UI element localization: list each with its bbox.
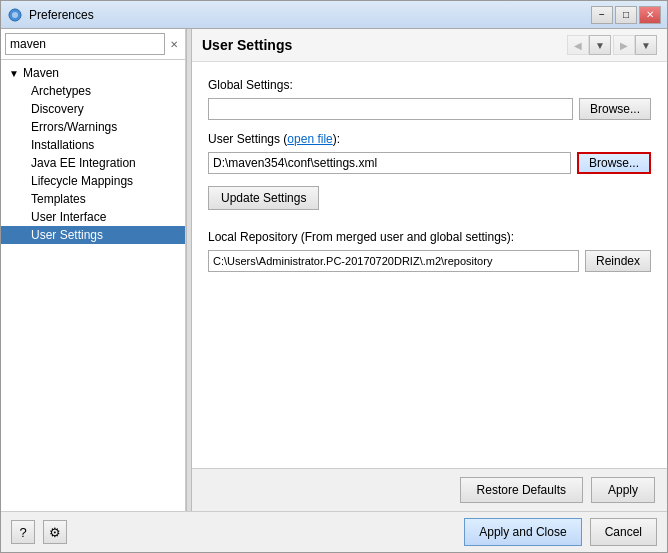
cancel-button[interactable]: Cancel <box>590 518 657 546</box>
window-title: Preferences <box>29 8 591 22</box>
global-browse-button[interactable]: Browse... <box>579 98 651 120</box>
search-box: ✕ <box>1 29 185 60</box>
preferences-window: Preferences − □ ✕ ✕ ▼ Maven Archetypes <box>0 0 668 553</box>
tree-item-user-settings[interactable]: User Settings <box>1 226 185 244</box>
bottom-left-controls: ? ⚙ <box>11 520 67 544</box>
content-body: Global Settings: Browse... User Settings… <box>192 62 667 468</box>
tree-label-installations: Installations <box>31 138 94 152</box>
tree-item-lifecycle-mappings[interactable]: Lifecycle Mappings <box>1 172 185 190</box>
tree-label-user-interface: User Interface <box>31 210 106 224</box>
content-header: User Settings ◀ ▼ ▶ ▼ <box>192 29 667 62</box>
tree-label-java-ee-integration: Java EE Integration <box>31 156 136 170</box>
apply-button[interactable]: Apply <box>591 477 655 503</box>
content-footer: Restore Defaults Apply <box>192 468 667 511</box>
global-settings-row: Browse... <box>208 98 651 120</box>
bottom-right-controls: Apply and Close Cancel <box>464 518 657 546</box>
nav-forward-button[interactable]: ▶ <box>613 35 635 55</box>
search-clear-icon[interactable]: ✕ <box>167 36 181 52</box>
minimize-button[interactable]: − <box>591 6 613 24</box>
preferences-icon-button[interactable]: ⚙ <box>43 520 67 544</box>
tree-label-maven: Maven <box>23 66 59 80</box>
help-button[interactable]: ? <box>11 520 35 544</box>
window-controls: − □ ✕ <box>591 6 661 24</box>
tree-label-archetypes: Archetypes <box>31 84 91 98</box>
tree-item-maven[interactable]: ▼ Maven <box>1 64 185 82</box>
update-settings-button[interactable]: Update Settings <box>208 186 319 210</box>
open-file-link[interactable]: open file <box>287 132 332 146</box>
tree-container: ▼ Maven Archetypes Discovery Errors/Warn… <box>1 60 185 511</box>
tree-label-user-settings: User Settings <box>31 228 103 242</box>
global-settings-label: Global Settings: <box>208 78 651 92</box>
title-bar: Preferences − □ ✕ <box>1 1 667 29</box>
close-button[interactable]: ✕ <box>639 6 661 24</box>
tree-item-installations[interactable]: Installations <box>1 136 185 154</box>
maximize-button[interactable]: □ <box>615 6 637 24</box>
user-settings-label: User Settings (open file): <box>208 132 651 146</box>
nav-back-button[interactable]: ◀ <box>567 35 589 55</box>
tree-label-lifecycle-mappings: Lifecycle Mappings <box>31 174 133 188</box>
local-repo-label: Local Repository (From merged user and g… <box>208 230 651 244</box>
tree-item-templates[interactable]: Templates <box>1 190 185 208</box>
local-repo-row: Reindex <box>208 250 651 272</box>
nav-controls: ◀ ▼ ▶ ▼ <box>567 35 657 55</box>
tree-item-java-ee-integration[interactable]: Java EE Integration <box>1 154 185 172</box>
user-settings-row: Browse... <box>208 152 651 174</box>
main-content: ✕ ▼ Maven Archetypes Discovery Errors/Wa… <box>1 29 667 511</box>
content-area: User Settings ◀ ▼ ▶ ▼ Global Settings: <box>192 29 667 511</box>
bottom-bar: ? ⚙ Apply and Close Cancel <box>1 511 667 552</box>
local-repo-input[interactable] <box>208 250 579 272</box>
tree-arrow-maven: ▼ <box>9 68 23 79</box>
tree-label-discovery: Discovery <box>31 102 84 116</box>
user-browse-button[interactable]: Browse... <box>577 152 651 174</box>
apply-and-close-button[interactable]: Apply and Close <box>464 518 581 546</box>
tree-item-archetypes[interactable]: Archetypes <box>1 82 185 100</box>
user-settings-input[interactable] <box>208 152 571 174</box>
tree-item-user-interface[interactable]: User Interface <box>1 208 185 226</box>
content-title: User Settings <box>202 37 292 53</box>
tree-label-errors-warnings: Errors/Warnings <box>31 120 117 134</box>
search-input[interactable] <box>5 33 165 55</box>
tree-label-templates: Templates <box>31 192 86 206</box>
sidebar: ✕ ▼ Maven Archetypes Discovery Errors/Wa… <box>1 29 186 511</box>
window-icon <box>7 7 23 23</box>
global-settings-input[interactable] <box>208 98 573 120</box>
tree-item-errors-warnings[interactable]: Errors/Warnings <box>1 118 185 136</box>
back-nav-group: ◀ ▼ <box>567 35 611 55</box>
nav-back-dropdown[interactable]: ▼ <box>589 35 611 55</box>
svg-point-1 <box>12 12 18 18</box>
tree-item-discovery[interactable]: Discovery <box>1 100 185 118</box>
forward-nav-group: ▶ ▼ <box>613 35 657 55</box>
restore-defaults-button[interactable]: Restore Defaults <box>460 477 583 503</box>
nav-forward-dropdown[interactable]: ▼ <box>635 35 657 55</box>
reindex-button[interactable]: Reindex <box>585 250 651 272</box>
